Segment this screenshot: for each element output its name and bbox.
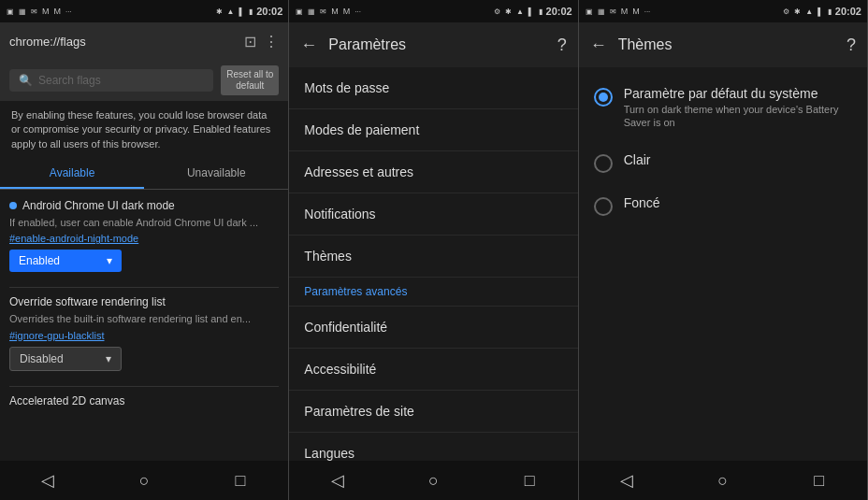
recent-button-1[interactable]: □	[217, 466, 264, 494]
bottom-nav-3: ◁ ○ □	[579, 461, 867, 500]
flag-title-2: Override software rendering list	[9, 295, 279, 308]
flags-content: Android Chrome UI dark mode If enabled, …	[0, 190, 288, 461]
settings-item-addresses[interactable]: Adresses et autres	[289, 151, 577, 193]
status-icons-left-2: ▣ ▦ ✉ M M ···	[295, 7, 362, 16]
dots-icon: ···	[65, 7, 72, 16]
tab-unavailable[interactable]: Unavailable	[144, 159, 288, 189]
bottom-nav-2: ◁ ○ □	[289, 461, 577, 500]
status-icons-right: ✱ ▲ ▌ ▮ 20:02	[215, 6, 283, 17]
cast-icon[interactable]: ⊡	[244, 33, 256, 50]
mail-icon-3: ✉	[610, 7, 616, 16]
m-icon-4: M	[343, 7, 351, 16]
status-icons-left-3: ▣ ▦ ✉ M M ···	[585, 7, 652, 16]
recent-button-2[interactable]: □	[506, 466, 553, 494]
flag-link-2[interactable]: #ignore-gpu-blacklist	[9, 330, 279, 341]
separator-1	[9, 287, 279, 288]
msg-icon-3: ▣	[586, 7, 593, 16]
recent-button-3[interactable]: □	[796, 466, 843, 494]
back-button-1[interactable]: ◁	[24, 466, 71, 494]
settings-item-accessibility[interactable]: Accessibilité	[289, 349, 577, 391]
flag-link-1[interactable]: #enable-android-night-mode	[9, 233, 279, 244]
m-icon-6: M	[632, 7, 640, 16]
flag-item-3: Accelerated 2D canvas	[9, 394, 279, 407]
bt-icon-3: ✱	[794, 7, 801, 16]
settings-item-languages[interactable]: Langues	[289, 433, 577, 461]
search-bar: 🔍 Search flags Reset all to default	[0, 60, 288, 101]
bottom-nav-1: ◁ ○ □	[0, 461, 288, 500]
msg-icon: ▣	[7, 7, 14, 16]
battery-icon-2: ▮	[539, 7, 542, 16]
theme-radio-default	[594, 88, 613, 107]
mail-icon-2: ✉	[320, 7, 326, 16]
battery-icon: ▮	[249, 7, 253, 16]
theme-option-light[interactable]: Clair	[579, 141, 867, 184]
settings-item-site[interactable]: Paramètres de site	[289, 391, 577, 433]
separator-2	[9, 386, 279, 387]
theme-desc-default: Turn on dark theme when your device's Ba…	[624, 103, 852, 130]
theme-radio-light	[594, 154, 613, 173]
theme-text-default: Paramètre par défaut du système Turn on …	[624, 86, 852, 130]
m-icon-3: M	[331, 7, 339, 16]
home-button-3[interactable]: ○	[700, 466, 746, 494]
home-button-2[interactable]: ○	[410, 466, 456, 494]
flag-name-3: Accelerated 2D canvas	[9, 394, 124, 407]
tab-available[interactable]: Available	[0, 159, 144, 189]
dropdown-arrow-2: ▾	[106, 352, 111, 365]
help-icon-2[interactable]: ?	[557, 36, 567, 55]
url-bar: chrome://flags ⊡ ⋮	[0, 22, 288, 60]
signal-icon-3: ▌	[817, 7, 823, 16]
theme-option-dark[interactable]: Foncé	[579, 184, 867, 227]
flag-item-2: Override software rendering list Overrid…	[9, 295, 279, 370]
settings-header: ← Paramètres ?	[289, 22, 577, 67]
back-icon-3[interactable]: ←	[590, 36, 607, 55]
mail-icon: ✉	[31, 7, 37, 16]
home-button-1[interactable]: ○	[121, 466, 167, 494]
wifi-icon: ▲	[227, 7, 235, 16]
settings-item-passwords[interactable]: Mots de passe	[289, 67, 577, 109]
theme-option-default[interactable]: Paramètre par défaut du système Turn on …	[579, 75, 867, 141]
status-icons-right-3: ⚙ ✱ ▲ ▌ ▮ 20:02	[782, 6, 861, 17]
status-icons-left: ▣ ▦ ✉ M M ···	[6, 7, 73, 16]
cal-icon-2: ▦	[308, 7, 315, 16]
warning-text: By enabling these features, you could lo…	[0, 101, 288, 159]
settings-item-privacy[interactable]: Confidentialité	[289, 307, 577, 349]
search-placeholder: Search flags	[38, 74, 101, 87]
theme-text-light: Clair	[624, 152, 852, 167]
settings-item-themes[interactable]: Thèmes	[289, 236, 577, 278]
reset-button[interactable]: Reset all to default	[221, 65, 279, 95]
back-button-3[interactable]: ◁	[603, 466, 650, 494]
settings-item-advanced[interactable]: Paramètres avancés	[289, 278, 577, 307]
flag-name-2: Override software rendering list	[9, 295, 166, 308]
url-text[interactable]: chrome://flags	[9, 35, 237, 49]
dropdown-arrow-1: ▾	[107, 254, 112, 267]
search-field-container[interactable]: 🔍 Search flags	[9, 69, 213, 92]
theme-text-dark: Foncé	[624, 195, 852, 210]
settings-item-payment[interactable]: Modes de paiement	[289, 109, 577, 151]
flag-dot-1	[9, 202, 17, 209]
time-display-2: 20:02	[546, 6, 572, 17]
flag-desc-1: If enabled, user can enable Android Chro…	[9, 216, 279, 229]
theme-name-light: Clair	[624, 152, 852, 167]
back-button-2[interactable]: ◁	[314, 466, 361, 494]
theme-radio-dark	[594, 197, 613, 216]
theme-name-dark: Foncé	[624, 195, 852, 210]
time-display-3: 20:02	[835, 6, 861, 17]
settings-item-notifications[interactable]: Notifications	[289, 193, 577, 236]
flag-status-1[interactable]: Enabled ▾	[9, 250, 122, 272]
dots-icon-2: ···	[354, 7, 361, 16]
time-display-1: 20:02	[256, 6, 282, 17]
flag-item-1: Android Chrome UI dark mode If enabled, …	[9, 199, 279, 272]
battery-icon-3: ▮	[828, 7, 832, 16]
wifi-icon-2: ▲	[516, 7, 524, 16]
status-bar-2: ▣ ▦ ✉ M M ··· ⚙ ✱ ▲ ▌ ▮ 20:02	[289, 0, 577, 22]
help-icon-3[interactable]: ?	[846, 36, 856, 55]
settings-icon-3: ⚙	[783, 7, 789, 16]
flag-status-2[interactable]: Disabled ▾	[9, 347, 122, 371]
signal-icon: ▌	[239, 7, 245, 16]
themes-title: Thèmes	[618, 36, 835, 53]
flag-title-3: Accelerated 2D canvas	[9, 394, 279, 407]
back-icon-2[interactable]: ←	[300, 36, 317, 55]
settings-panel: ▣ ▦ ✉ M M ··· ⚙ ✱ ▲ ▌ ▮ 20:02 ← Paramètr…	[289, 0, 578, 500]
m-icon-5: M	[621, 7, 629, 16]
menu-icon[interactable]: ⋮	[264, 33, 279, 50]
